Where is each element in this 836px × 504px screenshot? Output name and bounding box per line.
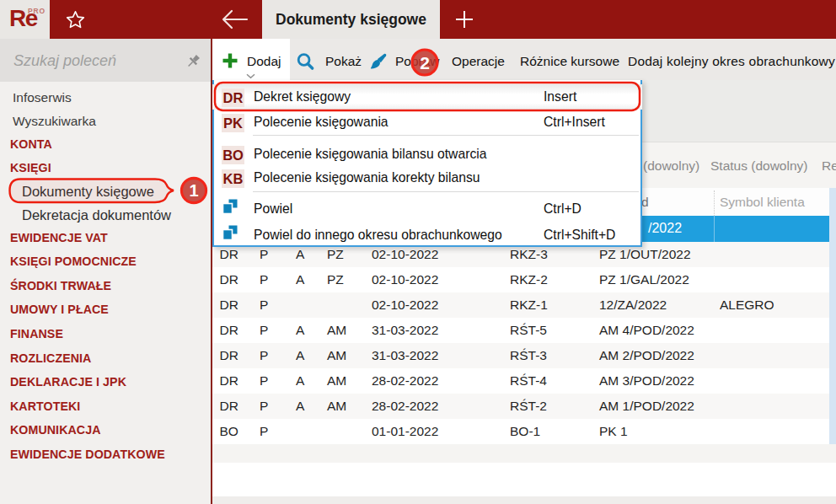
svg-text:1: 1 <box>189 181 198 200</box>
svg-text:2: 2 <box>420 53 430 72</box>
